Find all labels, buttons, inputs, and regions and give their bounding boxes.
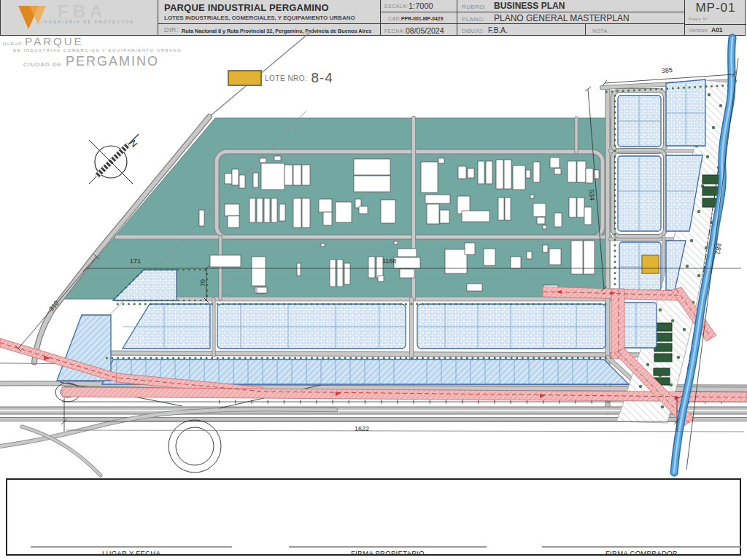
dim-1622: 1622 — [355, 425, 369, 432]
heading-ciudad-de: CIUDAD DE — [23, 61, 62, 68]
north-arrow: N — [89, 134, 139, 184]
highlighted-lot-8-4 — [642, 255, 659, 273]
lot-legend: LOTE NRO: 8-4 — [228, 70, 333, 86]
heading-subline: DE INDUSTRIAS COMERCIOS Y EQUIPAMIENTO U… — [13, 48, 182, 52]
signature-field-owner: FIRMA PROPIETARIO — [289, 546, 487, 557]
legend-lot-number: 8-4 — [311, 70, 333, 86]
heading-nuevo: NUEVO — [3, 42, 22, 46]
masterplan-sheet: 385 534 882 171 1188 70 310 1622 N FBA I… — [0, 0, 747, 560]
signature-block: LUGAR Y FECHA FIRMA PROPIETARIO FIRMA CO… — [6, 478, 741, 556]
signature-field-place-date: LUGAR Y FECHA — [31, 546, 232, 557]
dim-385: 385 — [661, 66, 673, 74]
heading-pergamino: PERGAMINO — [66, 54, 159, 69]
dim-882: 882 — [714, 243, 723, 254]
site-plan-drawing: 385 534 882 171 1188 70 310 1622 N — [0, 0, 747, 560]
dim-70: 70 — [199, 279, 206, 287]
dim-534: 534 — [588, 190, 596, 201]
legend-color-swatch — [228, 70, 262, 86]
plan-heading: NUEVO PARQUE DE INDUSTRIAS COMERCIOS Y E… — [3, 35, 182, 69]
legend-label: LOTE NRO: — [265, 74, 307, 82]
dim-171: 171 — [130, 257, 141, 265]
heading-parque: PARQUE — [25, 35, 83, 47]
north-label: N — [128, 138, 139, 149]
dim-1188: 1188 — [382, 257, 396, 265]
signature-field-buyer: FIRMA COMPRADOR — [542, 546, 741, 557]
